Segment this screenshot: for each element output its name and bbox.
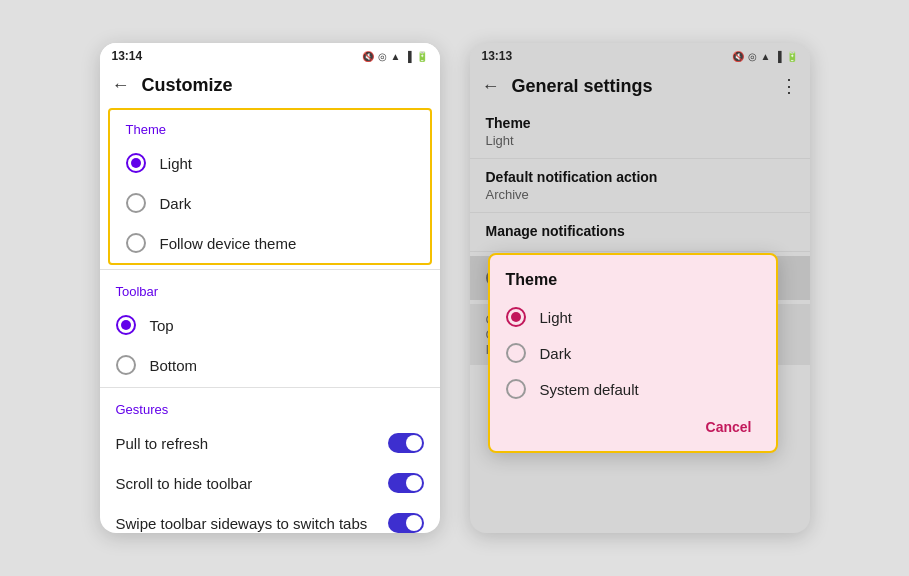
- dialog-actions: Cancel: [490, 407, 776, 443]
- right-page-title: General settings: [512, 76, 780, 97]
- r-wifi-icon: ▲: [761, 51, 771, 62]
- dialog-light-inner: [511, 312, 521, 322]
- wifi-icon: ▲: [391, 51, 401, 62]
- theme-follow-label: Follow device theme: [160, 235, 297, 252]
- right-status-time: 13:13: [482, 49, 513, 63]
- notification-action-item[interactable]: Default notification action Archive: [470, 159, 810, 213]
- theme-light-radio[interactable]: [126, 153, 146, 173]
- left-phone: 13:14 🔇 ◎ ▲ ▐ 🔋 ← Customize Theme Light: [100, 43, 440, 533]
- toolbar-bottom-option[interactable]: Bottom: [100, 345, 440, 385]
- phones-container: 13:14 🔇 ◎ ▲ ▐ 🔋 ← Customize Theme Light: [100, 43, 810, 533]
- notification-action-value: Archive: [486, 187, 794, 202]
- toolbar-top-label: Top: [150, 317, 174, 334]
- pull-refresh-thumb: [406, 435, 422, 451]
- divider-1: [100, 269, 440, 270]
- right-status-bar: 13:13 🔇 ◎ ▲ ▐ 🔋: [470, 43, 810, 67]
- dialog-system-option[interactable]: System default: [490, 371, 776, 407]
- divider-2: [100, 387, 440, 388]
- toolbar-top-radio[interactable]: [116, 315, 136, 335]
- left-status-time: 13:14: [112, 49, 143, 63]
- theme-light-option[interactable]: Light: [110, 143, 430, 183]
- swipe-toolbar-label: Swipe toolbar sideways to switch tabs: [116, 515, 368, 532]
- dialog-dark-option[interactable]: Dark: [490, 335, 776, 371]
- theme-settings-title: Theme: [486, 115, 794, 131]
- back-button[interactable]: ←: [112, 75, 130, 96]
- theme-dark-radio[interactable]: [126, 193, 146, 213]
- toolbar-bottom-radio[interactable]: [116, 355, 136, 375]
- battery-icon: 🔋: [416, 51, 428, 62]
- theme-section-label: Theme: [110, 110, 430, 143]
- more-options-icon[interactable]: ⋮: [780, 75, 798, 97]
- theme-light-radio-inner: [131, 158, 141, 168]
- gestures-section-label: Gestures: [100, 390, 440, 423]
- pull-refresh-option[interactable]: Pull to refresh: [100, 423, 440, 463]
- theme-settings-item[interactable]: Theme Light: [470, 105, 810, 159]
- scroll-hide-label: Scroll to hide toolbar: [116, 475, 253, 492]
- swipe-toolbar-option[interactable]: Swipe toolbar sideways to switch tabs: [100, 503, 440, 533]
- theme-highlight-box: Theme Light Dark Follow device theme: [108, 108, 432, 265]
- swipe-toolbar-toggle[interactable]: [388, 513, 424, 533]
- volume-off-icon: 🔇: [362, 51, 374, 62]
- toolbar-bottom-label: Bottom: [150, 357, 198, 374]
- dialog-light-radio[interactable]: [506, 307, 526, 327]
- manage-notifications-item[interactable]: Manage notifications: [470, 213, 810, 252]
- scroll-hide-option[interactable]: Scroll to hide toolbar: [100, 463, 440, 503]
- pull-refresh-label: Pull to refresh: [116, 435, 209, 452]
- circle-icon: ◎: [378, 51, 387, 62]
- right-phone: 13:13 🔇 ◎ ▲ ▐ 🔋 ← General settings ⋮ The…: [470, 43, 810, 533]
- toolbar-top-option[interactable]: Top: [100, 305, 440, 345]
- dialog-system-radio[interactable]: [506, 379, 526, 399]
- signal-icon: ▐: [404, 51, 411, 62]
- manage-notifications-title: Manage notifications: [486, 223, 794, 239]
- theme-follow-option[interactable]: Follow device theme: [110, 223, 430, 263]
- theme-follow-radio[interactable]: [126, 233, 146, 253]
- toolbar-top-radio-inner: [121, 320, 131, 330]
- left-status-bar: 13:14 🔇 ◎ ▲ ▐ 🔋: [100, 43, 440, 67]
- toolbar-section-label: Toolbar: [100, 272, 440, 305]
- dialog-light-label: Light: [540, 309, 573, 326]
- r-circle-icon: ◎: [748, 51, 757, 62]
- dialog-dark-label: Dark: [540, 345, 572, 362]
- swipe-toolbar-thumb: [406, 515, 422, 531]
- r-volume-off-icon: 🔇: [732, 51, 744, 62]
- right-back-button[interactable]: ←: [482, 76, 500, 97]
- dialog-light-option[interactable]: Light: [490, 299, 776, 335]
- notification-action-title: Default notification action: [486, 169, 794, 185]
- theme-settings-value: Light: [486, 133, 794, 148]
- scroll-hide-thumb: [406, 475, 422, 491]
- theme-dark-label: Dark: [160, 195, 192, 212]
- theme-dark-option[interactable]: Dark: [110, 183, 430, 223]
- right-status-icons: 🔇 ◎ ▲ ▐ 🔋: [732, 51, 798, 62]
- right-top-bar: ← General settings ⋮: [470, 67, 810, 105]
- left-top-bar: ← Customize: [100, 67, 440, 104]
- r-battery-icon: 🔋: [786, 51, 798, 62]
- r-signal-icon: ▐: [774, 51, 781, 62]
- pull-refresh-toggle[interactable]: [388, 433, 424, 453]
- theme-dialog: Theme Light Dark System default Cancel: [488, 253, 778, 453]
- dialog-system-label: System default: [540, 381, 639, 398]
- scroll-hide-toggle[interactable]: [388, 473, 424, 493]
- dialog-title: Theme: [490, 271, 776, 299]
- left-status-icons: 🔇 ◎ ▲ ▐ 🔋: [362, 51, 428, 62]
- dialog-dark-radio[interactable]: [506, 343, 526, 363]
- left-page-title: Customize: [142, 75, 428, 96]
- cancel-button[interactable]: Cancel: [698, 415, 760, 439]
- theme-light-label: Light: [160, 155, 193, 172]
